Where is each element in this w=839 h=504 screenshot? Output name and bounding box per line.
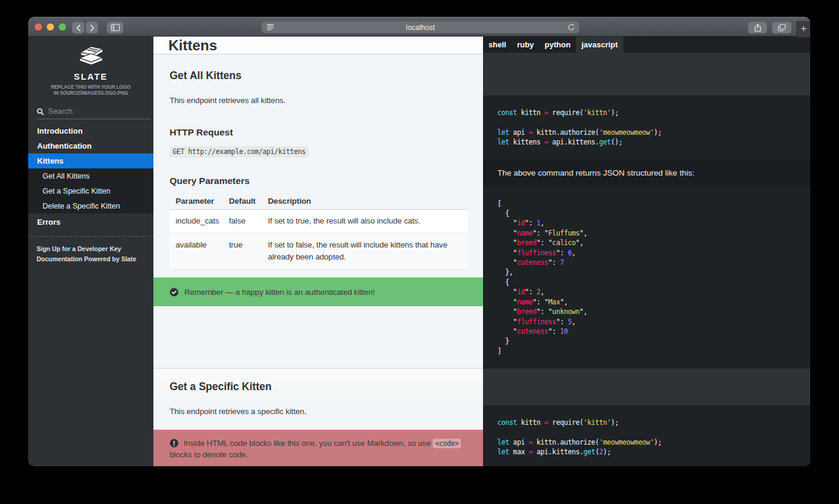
slate-logo-icon: [76, 45, 107, 67]
exclamation-circle-icon: [170, 439, 179, 448]
sidebar-subnav: Get All Kittens Get a Specific Kitten De…: [28, 168, 153, 213]
code-annotation: The above command returns JSON structure…: [483, 160, 810, 186]
sidebar-footer: Sign Up for a Developer Key Documentatio…: [28, 236, 153, 264]
logo-caption-line2: IN SOURCE/IMAGES/LOGO.PNG: [28, 90, 153, 96]
forward-button[interactable]: [86, 22, 98, 34]
logo-caption: REPLACE THIS WITH YOUR LOGO IN SOURCE/IM…: [28, 84, 153, 96]
heading-query-parameters: Query Parameters: [170, 176, 467, 186]
content-row: SLATE REPLACE THIS WITH YOUR LOGO IN SOU…: [28, 37, 810, 466]
success-callout-text: Remember — a happy kitten is an authenti…: [184, 288, 375, 297]
zoom-button[interactable]: [59, 23, 66, 31]
cell-description: If set to true, the result will also inc…: [262, 209, 468, 233]
sidebar-item-label: Authentication: [37, 141, 92, 150]
share-button[interactable]: [748, 22, 767, 34]
logo-wrap: SLATE REPLACE THIS WITH YOUR LOGO IN SOU…: [28, 37, 153, 96]
column-header-description: Description: [262, 192, 468, 210]
sidebar-subitem-get-all-kittens[interactable]: Get All Kittens: [28, 168, 153, 183]
address-bar[interactable]: localhost: [261, 21, 580, 34]
warning-callout: Inside HTML code blocks like this one, y…: [153, 430, 483, 466]
reader-icon[interactable]: [267, 24, 274, 31]
warning-text-before-code: Inside HTML code blocks like this one, y…: [183, 439, 430, 448]
tab-python[interactable]: python: [539, 37, 576, 53]
tab-shell[interactable]: shell: [483, 37, 512, 53]
code-annotation-text: The above command returns JSON structure…: [497, 168, 796, 178]
cell-parameter: include_cats: [170, 209, 223, 233]
language-selector: shell ruby python javascript: [483, 37, 810, 53]
minimize-button[interactable]: [47, 23, 54, 31]
code-block-json-response: [ { "id": 1, "name": "Fluffums", "breed"…: [483, 186, 810, 369]
back-button[interactable]: [72, 22, 84, 34]
inline-code-chip: <code>: [433, 439, 461, 448]
logo-caption-line1: REPLACE THIS WITH YOUR LOGO: [28, 84, 153, 90]
http-request-code-row: GET http://example.com/api/kittens: [170, 146, 467, 157]
plus-icon: +: [801, 23, 807, 34]
sidebar-item-label: Kittens: [37, 156, 64, 165]
examples-spacer: [483, 369, 810, 405]
heading-get-a-specific-kitten: Get a Specific Kitten: [170, 369, 467, 393]
cell-description: If set to false, the result will include…: [262, 233, 468, 270]
heading-get-all-kittens: Get All Kittens: [170, 70, 467, 82]
code-examples-panel: shell ruby python javascript const kittn…: [483, 37, 810, 466]
traffic-lights: [35, 23, 66, 31]
cell-default: false: [223, 209, 262, 233]
table-header-row: Parameter Default Description: [170, 192, 468, 210]
sidebar: SLATE REPLACE THIS WITH YOUR LOGO IN SOU…: [28, 37, 153, 466]
http-request-code: GET http://example.com/api/kittens: [170, 146, 309, 158]
close-button[interactable]: [35, 23, 42, 31]
chevron-left-icon: [76, 25, 81, 31]
share-icon: [755, 24, 761, 32]
check-circle-icon: [170, 288, 179, 297]
sidebar-icon: [111, 24, 120, 31]
success-callout: Remember — a happy kitten is an authenti…: [153, 277, 483, 306]
show-tabs-button[interactable]: [772, 22, 792, 34]
column-header-default: Default: [223, 192, 262, 210]
cell-parameter: available: [170, 233, 223, 270]
tab-ruby[interactable]: ruby: [512, 37, 539, 53]
sidebar-item-authentication[interactable]: Authentication: [28, 138, 153, 153]
query-parameters-table: Parameter Default Description include_ca…: [170, 192, 468, 270]
footer-link-powered-by[interactable]: Documentation Powered by Slate: [37, 254, 153, 264]
cell-default: true: [223, 233, 262, 270]
sidebar-item-kittens[interactable]: Kittens: [28, 153, 153, 168]
titlebar[interactable]: localhost +: [28, 17, 810, 37]
tab-javascript[interactable]: javascript: [576, 37, 623, 53]
sidebar-item-label: Delete a Specific Kitten: [43, 202, 120, 210]
get-specific-description: This endpoint retrieves a specific kitte…: [170, 407, 467, 416]
logo-name: SLATE: [28, 73, 153, 81]
sidebar-item-label: Errors: [37, 218, 61, 227]
sidebar-toggle-button[interactable]: [107, 22, 123, 34]
sidebar-item-errors[interactable]: Errors: [28, 215, 153, 230]
footer-link-signup[interactable]: Sign Up for a Developer Key: [37, 244, 153, 253]
sidebar-item-label: Get a Specific Kitten: [43, 187, 110, 195]
page-title: Kittens: [168, 37, 217, 54]
reload-icon[interactable]: [568, 23, 575, 31]
section-get-all-kittens: Get All Kittens This endpoint retrieves …: [153, 70, 483, 270]
table-row: include_cats false If set to true, the r…: [170, 209, 468, 233]
sidebar-item-label: Get All Kittens: [43, 172, 90, 180]
warning-callout-text: Inside HTML code blocks like this one, y…: [170, 439, 461, 460]
sidebar-nav: Introduction Authentication Kittens Get …: [28, 123, 153, 230]
main-content: Kittens Get All Kittens This endpoint re…: [153, 37, 483, 466]
url-text: localhost: [406, 23, 434, 32]
new-tab-button[interactable]: +: [796, 21, 810, 37]
examples-spacer: [483, 53, 810, 95]
sidebar-item-introduction[interactable]: Introduction: [28, 123, 153, 138]
search-placeholder: Search: [48, 106, 73, 117]
code-block-get-all: const kittn = require('kittn'); let api …: [483, 95, 810, 160]
table-row: available true If set to false, the resu…: [170, 233, 468, 270]
get-all-description: This endpoint retrieves all kittens.: [170, 96, 467, 105]
sidebar-subitem-get-a-specific-kitten[interactable]: Get a Specific Kitten: [28, 183, 153, 198]
sidebar-item-label: Introduction: [37, 126, 83, 135]
column-header-parameter: Parameter: [170, 192, 223, 210]
search-icon: [37, 108, 44, 115]
page-title-band: Kittens: [153, 37, 483, 55]
chevron-right-icon: [90, 25, 95, 31]
browser-window: localhost +: [28, 17, 810, 466]
heading-http-request: HTTP Request: [170, 127, 467, 138]
search-input[interactable]: Search: [37, 106, 150, 119]
warning-text-after-code: blocks to denote code.: [170, 450, 248, 459]
tabs-icon: [778, 24, 786, 31]
code-block-get-specific: const kittn = require('kittn'); let api …: [483, 405, 810, 466]
sidebar-subitem-delete-a-specific-kitten[interactable]: Delete a Specific Kitten: [28, 198, 153, 213]
section-get-a-specific-kitten: Get a Specific Kitten This endpoint retr…: [153, 368, 483, 418]
